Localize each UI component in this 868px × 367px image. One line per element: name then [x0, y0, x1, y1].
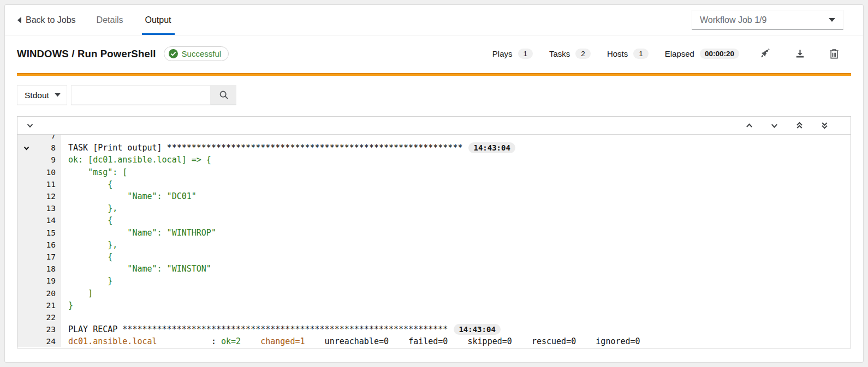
- line-text-segment: {: [68, 179, 112, 189]
- job-output-page: Back to Jobs Details Output Workflow Job…: [4, 4, 864, 363]
- download-output-button[interactable]: [795, 49, 805, 59]
- line-content: [61, 311, 68, 323]
- chevron-down-icon: [770, 122, 778, 130]
- scroll-up-button[interactable]: [745, 122, 753, 130]
- line-content: }: [61, 299, 73, 311]
- chevron-down-icon: [55, 93, 61, 97]
- status-badge-label: Successful: [182, 49, 222, 58]
- expand-all-toggle[interactable]: [26, 122, 34, 129]
- console-line: 13 },: [17, 202, 851, 214]
- line-gutter: 23: [17, 323, 61, 335]
- line-text-segment: }: [68, 300, 73, 310]
- stat-hosts: Hosts 1: [607, 49, 649, 59]
- line-text-segment: dc01.ansible.local: [68, 336, 157, 346]
- double-chevron-down-icon: [821, 121, 829, 130]
- console-line: 16 },: [17, 239, 851, 251]
- line-gutter: 8: [17, 142, 61, 154]
- line-text-segment: "Name": "WINTHROP": [68, 228, 216, 238]
- line-gutter: 15: [17, 227, 61, 239]
- job-header: WINDOWS / Run PowerShell Successful Play…: [5, 35, 863, 70]
- double-chevron-up-icon: [795, 121, 804, 130]
- check-circle-icon: [169, 49, 178, 58]
- line-gutter: 21: [17, 299, 61, 311]
- line-gutter: 11: [17, 178, 61, 190]
- line-text-segment: "Name": "DC01": [68, 191, 197, 201]
- line-gutter: 10: [17, 166, 61, 178]
- console-line: 17 {: [17, 251, 851, 263]
- console-line: 15 "Name": "WINTHROP": [17, 227, 851, 239]
- line-number: 18: [35, 264, 61, 273]
- line-number: 19: [35, 276, 61, 285]
- stat-hosts-label: Hosts: [607, 49, 628, 58]
- relaunch-button[interactable]: [760, 49, 771, 59]
- line-content: {: [61, 178, 112, 190]
- console-nav-controls: [745, 121, 842, 130]
- stat-elapsed: Elapsed 00:00:20: [665, 49, 739, 59]
- console-line: 12 "Name": "DC01": [17, 190, 851, 202]
- line-gutter: 19: [17, 275, 61, 287]
- chevron-up-icon: [745, 122, 753, 130]
- console-output[interactable]: 7 8 TASK [Print output] ****************…: [17, 135, 851, 348]
- line-text-segment: PLAY RECAP *****************************…: [68, 324, 448, 334]
- scroll-to-top-button[interactable]: [795, 121, 804, 130]
- search-button[interactable]: [211, 85, 236, 105]
- trash-icon: [829, 49, 839, 59]
- scroll-to-bottom-button[interactable]: [821, 121, 829, 130]
- line-text-segment: [241, 336, 260, 346]
- line-expand-toggle[interactable]: [17, 145, 35, 152]
- line-number: 14: [35, 216, 61, 225]
- job-actions: [760, 49, 839, 59]
- console-line: 24 dc01.ansible.local : ok=2 changed=1 u…: [17, 335, 851, 347]
- line-content: ok: [dc01.ansible.local] => {: [61, 154, 211, 166]
- line-content: {: [61, 214, 112, 226]
- tasks-count-badge: 2: [575, 49, 591, 59]
- line-gutter: 7: [17, 135, 61, 142]
- plays-count-badge: 1: [518, 49, 533, 59]
- stat-plays: Plays 1: [492, 49, 533, 59]
- output-filter-select[interactable]: Stdout: [17, 85, 67, 105]
- scroll-down-button[interactable]: [770, 122, 778, 130]
- line-gutter: 12: [17, 190, 61, 202]
- line-text-segment: {: [68, 215, 112, 225]
- console-line: 14 {: [17, 214, 851, 226]
- line-gutter: 22: [17, 311, 61, 323]
- console-line: 23 PLAY RECAP **************************…: [17, 323, 851, 335]
- tab-details[interactable]: Details: [93, 5, 127, 35]
- job-status-bar: [17, 73, 851, 76]
- tab-output[interactable]: Output: [142, 5, 175, 35]
- line-number: 8: [35, 143, 61, 152]
- line-number: 21: [35, 301, 61, 310]
- delete-job-button[interactable]: [829, 49, 839, 59]
- line-text-segment: changed=1: [260, 336, 305, 346]
- timestamp-badge: 14:43:04: [468, 142, 515, 153]
- console-lines: 7 8 TASK [Print output] ****************…: [17, 135, 851, 347]
- back-to-jobs-label: Back to Jobs: [26, 15, 76, 25]
- workflow-job-select-value: Workflow Job 1/9: [700, 15, 766, 25]
- search-icon: [219, 90, 229, 100]
- stat-plays-label: Plays: [492, 49, 513, 58]
- line-text-segment: {: [68, 252, 112, 262]
- console-line: 20 ]: [17, 287, 851, 299]
- workflow-job-select[interactable]: Workflow Job 1/9: [692, 10, 843, 30]
- line-text-segment: ok=2: [221, 336, 241, 346]
- back-to-jobs-link[interactable]: Back to Jobs: [17, 5, 76, 35]
- line-text-segment: TASK [Print output] ********************…: [68, 143, 462, 153]
- stat-elapsed-label: Elapsed: [665, 49, 694, 58]
- back-caret-icon: [17, 17, 22, 23]
- line-number: 11: [35, 180, 61, 189]
- line-text-segment: unreachable=0 failed=0 skipped=0 rescued…: [305, 336, 640, 346]
- chevron-down-icon: [26, 122, 34, 129]
- line-text-segment: "Name": "WINSTON": [68, 264, 211, 274]
- chevron-down-icon: [23, 145, 30, 152]
- line-number: 23: [35, 325, 61, 334]
- line-gutter: 13: [17, 202, 61, 214]
- download-icon: [795, 49, 805, 59]
- console-line: 11 {: [17, 178, 851, 190]
- line-number: 15: [35, 228, 61, 237]
- line-number: 12: [35, 192, 61, 201]
- search-input[interactable]: [71, 85, 211, 105]
- page-title: WINDOWS / Run PowerShell: [17, 48, 156, 60]
- line-gutter: 16: [17, 239, 61, 251]
- line-number: 17: [35, 252, 61, 261]
- line-number: 7: [35, 135, 61, 140]
